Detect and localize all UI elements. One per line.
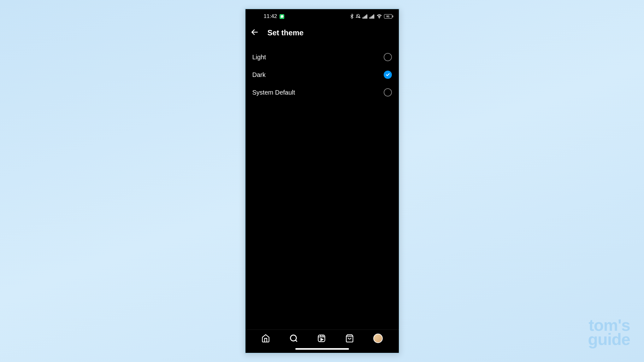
signal-icon-2 xyxy=(369,14,375,19)
svg-rect-3 xyxy=(366,15,367,19)
svg-rect-2 xyxy=(365,15,366,19)
svg-rect-6 xyxy=(372,15,373,19)
theme-options-list: Light Dark System Default xyxy=(245,43,399,330)
status-bar: 11:42 91 xyxy=(245,9,399,22)
radio-unselected-icon xyxy=(384,53,392,61)
option-label: System Default xyxy=(252,89,295,96)
theme-option-dark[interactable]: Dark xyxy=(245,66,399,84)
svg-rect-4 xyxy=(369,17,370,19)
theme-option-system-default[interactable]: System Default xyxy=(245,84,399,101)
whatsapp-notification-icon xyxy=(280,14,284,19)
page-title: Set theme xyxy=(268,28,304,37)
battery-level: 91 xyxy=(384,14,392,19)
back-arrow-icon[interactable] xyxy=(251,28,259,38)
svg-line-10 xyxy=(295,340,297,342)
battery-icon: 91 xyxy=(384,14,393,19)
home-icon[interactable] xyxy=(261,334,270,343)
bottom-nav xyxy=(245,330,399,346)
home-indicator[interactable] xyxy=(295,348,349,350)
search-icon[interactable] xyxy=(289,334,298,343)
svg-rect-7 xyxy=(373,15,374,19)
status-right: 91 xyxy=(350,14,393,19)
svg-point-9 xyxy=(290,335,296,341)
option-label: Light xyxy=(252,54,266,61)
radio-selected-icon xyxy=(384,71,392,79)
svg-rect-5 xyxy=(371,16,372,19)
signal-icon-1 xyxy=(363,14,368,19)
radio-unselected-icon xyxy=(384,88,392,96)
shop-icon[interactable] xyxy=(345,334,354,343)
reels-icon[interactable] xyxy=(317,334,326,343)
watermark: tom's guide xyxy=(574,318,630,347)
svg-marker-15 xyxy=(321,338,323,341)
watermark-line2: guide xyxy=(588,332,630,347)
profile-avatar[interactable] xyxy=(373,334,383,343)
dnd-icon xyxy=(356,14,361,19)
svg-rect-0 xyxy=(363,17,363,19)
phone-frame: 11:42 91 xyxy=(245,8,400,354)
bluetooth-icon xyxy=(350,14,354,19)
clock-time: 11:42 xyxy=(264,13,277,20)
wifi-icon xyxy=(376,14,382,19)
option-label: Dark xyxy=(252,71,266,79)
svg-rect-1 xyxy=(364,16,365,19)
theme-option-light[interactable]: Light xyxy=(245,48,399,66)
header: Set theme xyxy=(245,22,399,43)
status-left: 11:42 xyxy=(264,13,285,20)
